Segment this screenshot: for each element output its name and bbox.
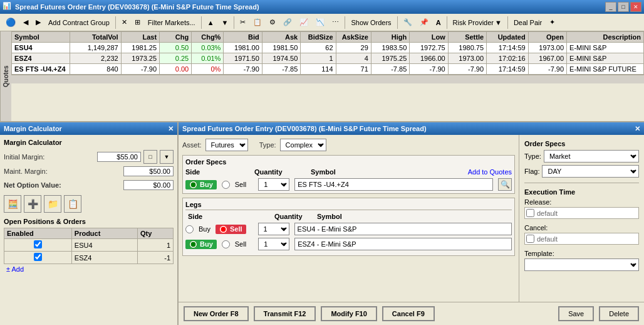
toolbar-link-button[interactable]: 🔗 <box>280 16 295 28</box>
leg2-buy-active[interactable]: Buy <box>185 240 217 249</box>
show-orders-button[interactable]: Show Orders <box>348 17 394 28</box>
quote-table-row[interactable]: ES FTS -U4.+Z4840-7.900.000%-7.90-7.8511… <box>12 64 644 75</box>
quote-table-row[interactable]: ESZ42,2321973.250.250.01%1971.501974.501… <box>12 53 644 64</box>
leg1-qty-select[interactable]: 1 <box>258 223 289 235</box>
order-panel-close[interactable]: ✕ <box>635 125 640 133</box>
close-button[interactable]: ✕ <box>630 2 641 12</box>
buy-option-active[interactable]: Buy <box>185 180 217 189</box>
toolbar-more-button[interactable]: ⋯ <box>329 16 342 28</box>
toolbar-tools-button[interactable]: 🔧 <box>400 16 415 28</box>
toolbar-pin-button[interactable]: 📌 <box>417 16 432 28</box>
col-header-chgpct: Chg% <box>192 32 224 43</box>
modify-button[interactable]: Modify F10 <box>321 306 377 321</box>
sym-col-label: Symbol <box>311 168 449 176</box>
toolbar-copy-button[interactable]: 📋 <box>250 16 265 28</box>
quote-table-row[interactable]: ESU41,149,2871981.250.500.03%1981.001981… <box>12 43 644 53</box>
toolbar-up-button[interactable]: ▲ <box>204 17 217 28</box>
buy-radio-label: Buy <box>200 181 213 188</box>
cancel-order-button[interactable]: Cancel F9 <box>382 306 435 321</box>
col-header-desc: Description <box>567 32 644 43</box>
toolbar-star-button[interactable]: ✦ <box>546 16 558 28</box>
toolbar-down-button[interactable]: ▼ <box>219 17 232 28</box>
leg2-buy-label: Buy <box>200 240 213 248</box>
buy-radio[interactable] <box>189 181 197 189</box>
positions-table-row[interactable]: ESZ4-1 <box>4 252 174 264</box>
right-specs-title: Order Specs <box>524 140 639 147</box>
initial-margin-icon[interactable]: □ <box>143 150 157 164</box>
margin-icon-row: 🧮 ➕ 📁 📋 <box>4 195 174 213</box>
new-order-button[interactable]: New Order F8 <box>184 306 249 321</box>
toolbar-chart1-button[interactable]: 📈 <box>296 16 311 28</box>
toolbar-text-button[interactable]: A <box>433 17 444 28</box>
leg1-sell-radio[interactable] <box>219 225 227 233</box>
maximize-button[interactable]: □ <box>618 2 629 12</box>
type-select-wrapper: Complex <box>280 139 326 151</box>
leg2-sell-label: Sell <box>235 240 246 248</box>
toolbar-separator-2 <box>201 16 202 29</box>
transmit-button[interactable]: Transmit F12 <box>254 306 316 321</box>
release-default-text: default <box>537 210 558 217</box>
col-header-last: Last <box>121 32 159 43</box>
add-to-quotes-link[interactable]: Add to Quotes <box>468 168 512 176</box>
add-contract-group-button[interactable]: Add Contract Group <box>45 17 113 28</box>
quote-scrollbar[interactable] <box>11 75 644 83</box>
leg1-sell-active[interactable]: Sell <box>216 225 246 234</box>
initial-margin-dropdown[interactable]: ▼ <box>160 150 174 164</box>
minimize-button[interactable]: _ <box>605 2 616 12</box>
flag-select[interactable]: DAY <box>542 165 639 178</box>
leg2-buy-radio[interactable] <box>189 240 197 248</box>
main-symbol-input[interactable] <box>294 178 493 191</box>
main-qty-select-wrapper: 1 <box>258 178 289 191</box>
main-qty-select[interactable]: 1 <box>258 178 289 191</box>
list-icon-btn[interactable]: 📋 <box>64 195 81 213</box>
release-checkbox[interactable] <box>526 209 534 217</box>
margin-panel-close[interactable]: ✕ <box>168 125 174 133</box>
net-option-input[interactable] <box>123 180 174 190</box>
leg1-qty-wrapper: 1 <box>258 223 289 235</box>
symbol-search-button[interactable]: 🔍 <box>498 178 512 191</box>
toolbar-forward-button[interactable]: ▶ <box>33 16 44 28</box>
initial-margin-row: Initial Margin: □ ▼ <box>4 150 174 164</box>
toolbar-x-button[interactable]: ✕ <box>118 16 130 28</box>
order-type-select[interactable]: Market <box>544 150 639 162</box>
window-title: Spread Futures Order Entry (DEV003678) (… <box>15 3 605 11</box>
template-select[interactable] <box>524 258 639 271</box>
initial-margin-input[interactable] <box>97 152 141 162</box>
positions-table-row[interactable]: ESU41 <box>4 239 174 252</box>
toolbar-settings-button[interactable]: ⚙ <box>266 16 279 28</box>
initial-margin-label: Initial Margin: <box>4 153 44 161</box>
toolbar-grid-button[interactable]: ⊞ <box>132 16 143 28</box>
pos-header-product: Product <box>71 228 137 239</box>
bottom-panels: Margin Calculator ✕ Margin Calculator In… <box>0 122 644 325</box>
sell-radio[interactable] <box>222 181 230 189</box>
leg1-buy-radio[interactable] <box>185 225 194 233</box>
col-header-bidsize: BidSize <box>301 32 336 43</box>
deal-pair-button[interactable]: Deal Pair <box>511 17 545 28</box>
type-select[interactable]: Complex <box>280 139 326 151</box>
toolbar-back-button[interactable]: ◀ <box>20 16 31 28</box>
calculator-icon-btn[interactable]: 🧮 <box>4 195 21 213</box>
exec-time-title: Execution Time <box>524 188 639 196</box>
asset-select[interactable]: Futures <box>205 139 248 151</box>
toolbar-new-button[interactable]: 🔵 <box>3 16 19 29</box>
release-row: default <box>524 207 639 219</box>
maint-margin-input[interactable] <box>123 166 174 176</box>
add-icon-btn[interactable]: ➕ <box>24 195 41 213</box>
quote-table-container: Symbol TotalVol Last Chg Chg% Bid Ask Bi… <box>11 31 644 121</box>
delete-button[interactable]: Delete <box>599 306 639 321</box>
leg2-qty-select[interactable]: 1 <box>258 238 289 250</box>
leg2-symbol-input[interactable] <box>294 238 512 250</box>
risk-provider-button[interactable]: Risk Provider ▼ <box>450 17 505 28</box>
cancel-checkbox[interactable] <box>526 235 534 243</box>
toolbar-chart2-button[interactable]: 📉 <box>313 16 328 28</box>
save-button[interactable]: Save <box>558 306 594 321</box>
folder-icon-btn[interactable]: 📁 <box>44 195 61 213</box>
toolbar-cut-button[interactable]: ✂ <box>237 16 249 28</box>
leg1-symbol-input[interactable] <box>294 223 512 235</box>
margin-panel-header: Margin Calculator ✕ <box>0 122 177 135</box>
leg2-sell-radio[interactable] <box>222 240 230 248</box>
add-position-row[interactable]: ± Add <box>4 264 174 274</box>
pos-header-qty: Qty <box>138 228 174 239</box>
cancel-label: Cancel: <box>524 224 639 232</box>
filter-markets-button[interactable]: Filter Markets... <box>145 17 199 28</box>
